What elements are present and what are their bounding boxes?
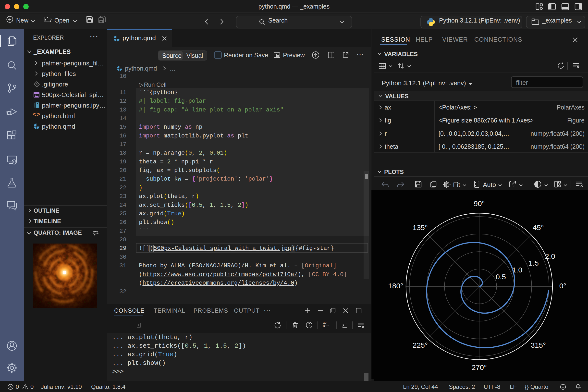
- svg-text:1.5: 1.5: [528, 259, 539, 267]
- svg-text:315°: 315°: [531, 341, 546, 349]
- svg-text:225°: 225°: [412, 341, 428, 349]
- svg-text:45°: 45°: [533, 224, 544, 232]
- svg-text:270°: 270°: [472, 363, 487, 372]
- svg-text:1.0: 1.0: [512, 266, 522, 274]
- svg-text:0.5: 0.5: [496, 273, 506, 281]
- svg-text:90°: 90°: [474, 200, 484, 208]
- svg-text:2.0: 2.0: [545, 252, 555, 260]
- svg-text:180°: 180°: [388, 282, 403, 290]
- svg-text:135°: 135°: [412, 224, 428, 232]
- svg-text:c: c: [323, 324, 324, 328]
- svg-text:0°: 0°: [559, 282, 566, 290]
